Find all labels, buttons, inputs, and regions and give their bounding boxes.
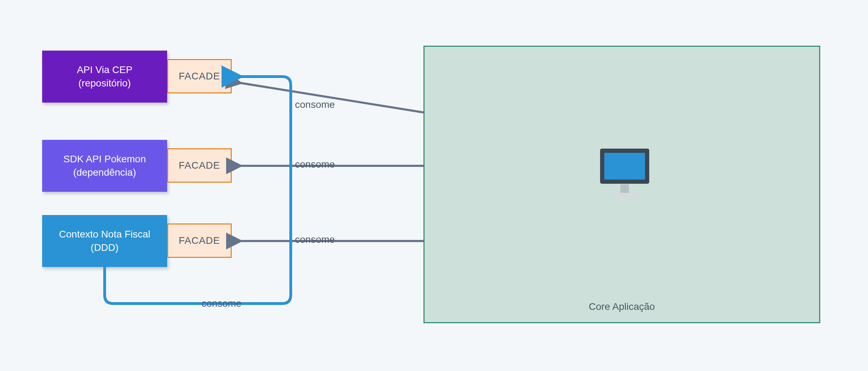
- node-api-via-cep: API Via CEP (repositório): [42, 51, 167, 103]
- node-label-line: (repositório): [78, 78, 131, 89]
- svg-rect-1: [604, 153, 645, 180]
- node-core-aplicacao: Core Aplicação: [423, 46, 820, 323]
- facade-label: FACADE: [179, 71, 220, 82]
- facade-label: FACADE: [179, 235, 220, 246]
- core-label: Core Aplicação: [425, 301, 819, 312]
- edge-label-consome-3: consome: [295, 234, 335, 245]
- facade-api-via-cep: FACADE: [167, 59, 232, 93]
- node-label-line: Contexto Nota Fiscal: [59, 229, 150, 240]
- facade-nota-fiscal: FACADE: [167, 223, 232, 258]
- svg-rect-3: [611, 193, 639, 198]
- svg-rect-2: [620, 184, 629, 193]
- node-label-line: (dependência): [73, 167, 136, 178]
- node-label-line: API Via CEP: [77, 64, 132, 75]
- facade-label: FACADE: [179, 160, 220, 171]
- node-nota-fiscal: Contexto Nota Fiscal (DDD): [42, 215, 167, 267]
- edge-label-consome-2: consome: [295, 159, 335, 170]
- edge-label-consome-4: consome: [202, 298, 242, 309]
- node-label-line: SDK API Pokemon: [63, 154, 146, 164]
- node-label-line: (DDD): [91, 242, 118, 253]
- node-sdk-pokemon: SDK API Pokemon (dependência): [42, 140, 167, 192]
- monitor-icon: [597, 145, 653, 205]
- facade-sdk-pokemon: FACADE: [167, 148, 232, 183]
- edge-label-consome-1: consome: [295, 99, 335, 110]
